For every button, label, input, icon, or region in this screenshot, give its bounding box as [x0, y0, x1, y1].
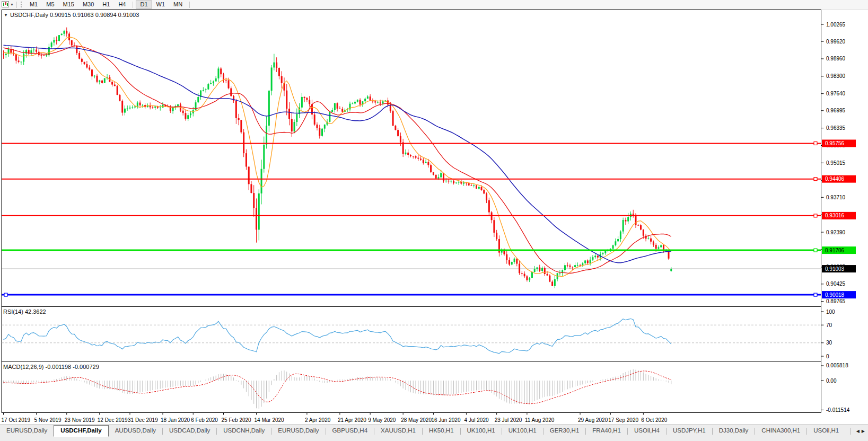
svg-text:0.96335: 0.96335: [826, 125, 846, 131]
svg-text:1.00265: 1.00265: [826, 22, 846, 28]
svg-text:0.00: 0.00: [826, 378, 837, 384]
svg-text:0.99620: 0.99620: [826, 39, 846, 45]
svg-text:0.89765: 0.89765: [826, 298, 846, 304]
chart-symbol: USDCHF,Daily: [10, 12, 48, 18]
macd-pane[interactable]: [4, 369, 671, 409]
timeframe-h1[interactable]: H1: [98, 1, 114, 8]
svg-text:23 Jul 2020: 23 Jul 2020: [495, 417, 522, 423]
svg-text:30: 30: [826, 340, 832, 346]
tab-uk100-h1[interactable]: UK100,H1: [502, 425, 543, 436]
timeframe-mn[interactable]: MN: [169, 1, 187, 8]
tab-eurusd-daily[interactable]: EURUSD,Daily: [271, 425, 325, 436]
svg-text:0.90425: 0.90425: [826, 281, 846, 287]
toolbar-grip[interactable]: [21, 2, 23, 7]
tab-scroll-right-icon[interactable]: ▶: [862, 429, 865, 434]
svg-text:2 Apr 2020: 2 Apr 2020: [305, 417, 331, 423]
timeframe-m5[interactable]: M5: [42, 1, 58, 8]
svg-text:0.90018: 0.90018: [825, 292, 845, 298]
chart-title: ▼USDCHF,Daily 0.90915 0.91063 0.90894 0.…: [4, 12, 139, 18]
svg-text:0: 0: [826, 354, 829, 359]
tab-xauusd-h1[interactable]: XAUUSD,H1: [374, 425, 422, 436]
collapse-icon[interactable]: ▼: [4, 13, 8, 17]
svg-text:23 Nov 2019: 23 Nov 2019: [65, 417, 95, 423]
tab-usdjpy-h1[interactable]: USDJPY,H1: [667, 425, 712, 436]
candles: [3, 28, 672, 288]
chart-canvas[interactable]: 1.002650.996200.989600.983000.976400.969…: [0, 0, 868, 441]
new-chart-icon[interactable]: [2, 1, 9, 8]
chart-ohlc: 0.90915 0.91063 0.90894 0.91003: [50, 12, 139, 18]
svg-text:0.97640: 0.97640: [826, 91, 846, 96]
tab-hk50-h1[interactable]: HK50,H1: [423, 425, 460, 436]
ma-21-line: [4, 46, 671, 274]
svg-text:100: 100: [826, 309, 835, 315]
tab-usoil-h4[interactable]: USOil,H4: [628, 425, 666, 436]
tab-usdchf-daily[interactable]: USDCHF,Daily: [54, 425, 108, 437]
tab-audusd-daily[interactable]: AUDUSD,Daily: [109, 425, 162, 436]
svg-text:0.93016: 0.93016: [825, 213, 845, 218]
svg-text:0.005818: 0.005818: [826, 363, 848, 368]
ma-8-line: [4, 37, 671, 277]
svg-text:29 Aug 2020: 29 Aug 2020: [578, 417, 608, 423]
tab-scroll-buttons: ◀ ▶: [846, 425, 868, 437]
svg-text:-0.011514: -0.011514: [826, 407, 850, 413]
tab-scroll-left-icon[interactable]: ◀: [856, 429, 860, 434]
tab-usoil-h1[interactable]: USOil,H1: [807, 425, 845, 436]
toolbar: ▼ M1M5M15M30H1H4D1W1MN: [0, 0, 868, 10]
macd-axis: 0.0058180.00-0.011514: [821, 363, 850, 412]
tab-ger30-h1[interactable]: GER30,H1: [543, 425, 586, 436]
macd-indicator-label: MACD(12,26,9) -0.001198 -0.000729: [3, 364, 99, 370]
svg-text:0.96995: 0.96995: [826, 108, 846, 113]
tab-dj30-daily[interactable]: DJ30,Daily: [713, 425, 755, 436]
tab-divider: [851, 428, 851, 435]
svg-text:0.92390: 0.92390: [826, 230, 846, 235]
svg-text:6 Oct 2020: 6 Oct 2020: [641, 417, 667, 423]
svg-text:17 Sep 2020: 17 Sep 2020: [608, 417, 638, 423]
svg-text:0.91003: 0.91003: [825, 266, 845, 272]
pane-borders: [2, 10, 821, 413]
svg-text:4 Jul 2020: 4 Jul 2020: [464, 417, 489, 423]
svg-text:21 Apr 2020: 21 Apr 2020: [338, 417, 366, 423]
timeframe-d1[interactable]: D1: [136, 1, 152, 8]
svg-text:0.93710: 0.93710: [826, 195, 846, 200]
timeframe-m1[interactable]: M1: [25, 1, 42, 8]
timeframe-buttons: M1M5M15M30H1H4D1W1MN: [25, 1, 192, 8]
rsi-line: [4, 319, 671, 354]
toolbar-separator: [16, 2, 17, 8]
ma-50-line: [4, 45, 671, 263]
time-axis[interactable]: 17 Oct 20195 Nov 201923 Nov 201912 Dec 2…: [2, 413, 668, 424]
macd-signal-line: [4, 371, 671, 404]
rsi-axis: 10070300: [821, 309, 836, 359]
svg-text:0.91706: 0.91706: [825, 248, 845, 253]
tab-eurusd-daily[interactable]: EURUSD,Daily: [0, 425, 54, 436]
tab-uk100-h1[interactable]: UK100,H1: [461, 425, 502, 436]
svg-text:17 Oct 2019: 17 Oct 2019: [2, 417, 31, 423]
svg-text:5 Nov 2019: 5 Nov 2019: [34, 417, 62, 423]
svg-text:70: 70: [826, 322, 832, 328]
rsi-indicator-label: RSI(14) 42.3622: [3, 308, 46, 315]
main-price-pane[interactable]: [2, 28, 821, 296]
timeframe-m15[interactable]: M15: [59, 1, 78, 8]
tab-gbpusd-h4[interactable]: GBPUSD,H4: [326, 425, 374, 436]
tab-usdcnh-daily[interactable]: USDCNH,Daily: [217, 425, 271, 436]
timeframe-m30[interactable]: M30: [78, 1, 98, 8]
tab-china300-h1[interactable]: CHINA300,H1: [755, 425, 806, 436]
svg-text:25 Feb 2020: 25 Feb 2020: [221, 417, 251, 423]
timeframe-h4[interactable]: H4: [114, 1, 130, 8]
tab-fra40-h1[interactable]: FRA40,H1: [586, 425, 627, 436]
svg-text:12 Dec 2019: 12 Dec 2019: [98, 417, 128, 423]
svg-text:16 Jun 2020: 16 Jun 2020: [431, 417, 460, 423]
toolbar-separator: [133, 2, 133, 8]
rsi-pane[interactable]: [2, 319, 821, 354]
svg-text:6 Feb 2020: 6 Feb 2020: [191, 417, 218, 423]
svg-text:18 Jan 2020: 18 Jan 2020: [161, 417, 190, 423]
tab-usdcad-daily[interactable]: USDCAD,Daily: [163, 425, 216, 436]
svg-text:9 May 2020: 9 May 2020: [368, 417, 396, 423]
price-axis[interactable]: 1.002650.996200.989600.983000.976400.969…: [821, 22, 856, 305]
svg-text:31 Dec 2019: 31 Dec 2019: [128, 417, 158, 423]
svg-text:0.95756: 0.95756: [825, 140, 845, 146]
chart-dropdown-icon[interactable]: ▼: [10, 3, 14, 6]
timeframe-w1[interactable]: W1: [152, 1, 170, 8]
svg-text:0.98960: 0.98960: [826, 56, 846, 61]
svg-text:0.95015: 0.95015: [826, 160, 846, 166]
svg-text:28 May 2020: 28 May 2020: [401, 417, 432, 423]
